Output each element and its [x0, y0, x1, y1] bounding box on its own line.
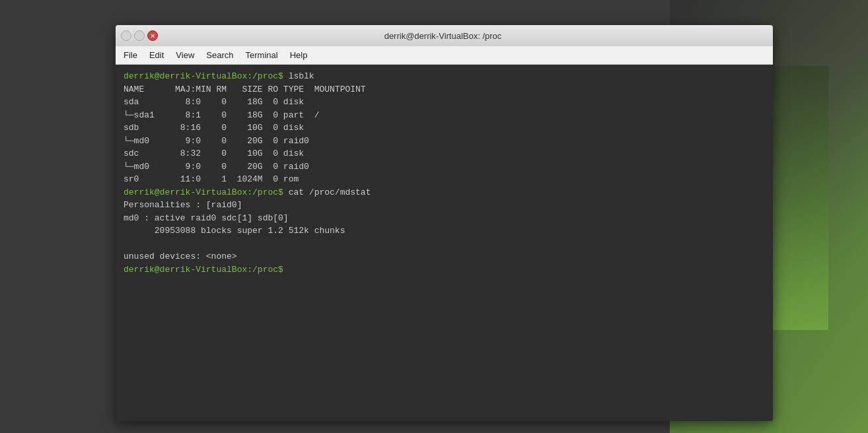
title-bar-controls: – □ ✕: [121, 30, 158, 41]
minimize-button[interactable]: –: [121, 30, 131, 41]
close-button[interactable]: ✕: [147, 30, 158, 41]
terminal-line-1: derrik@derrik-VirtualBox:/proc$ lsblk: [124, 70, 765, 83]
output-12: [124, 238, 765, 251]
menu-terminal[interactable]: Terminal: [240, 48, 283, 62]
prompt-2: derrik@derrik-VirtualBox:/proc$: [124, 187, 289, 197]
output-6: sdc 8:32 0 10G 0 disk: [124, 147, 765, 160]
terminal-content[interactable]: derrik@derrik-VirtualBox:/proc$ lsblk NA…: [116, 65, 773, 421]
output-13: unused devices: <none>: [124, 250, 765, 263]
output-11: 20953088 blocks super 1.2 512k chunks: [124, 224, 765, 238]
prompt-1: derrik@derrik-VirtualBox:/proc$: [124, 71, 289, 81]
output-7: └─md0 9:0 0 20G 0 raid0: [124, 160, 765, 174]
cmd-2: cat /proc/mdstat: [289, 187, 371, 197]
menu-help[interactable]: Help: [285, 48, 313, 62]
prompt-3: derrik@derrik-VirtualBox:/proc$: [124, 265, 289, 275]
window-title: derrik@derrik-VirtualBox: /proc: [158, 31, 728, 41]
output-10: md0 : active raid0 sdc[1] sdb[0]: [124, 212, 765, 225]
maximize-button[interactable]: □: [134, 30, 145, 41]
terminal-line-2: derrik@derrik-VirtualBox:/proc$ cat /pro…: [124, 186, 765, 199]
title-bar: – □ ✕ derrik@derrik-VirtualBox: /proc: [116, 25, 773, 46]
output-2: sda 8:0 0 18G 0 disk: [124, 96, 765, 109]
output-9: Personalities : [raid0]: [124, 199, 765, 212]
menu-file[interactable]: File: [118, 48, 143, 62]
menu-search[interactable]: Search: [201, 48, 238, 62]
output-4: sdb 8:16 0 10G 0 disk: [124, 121, 765, 135]
menu-edit[interactable]: Edit: [144, 48, 169, 62]
terminal-window: – □ ✕ derrik@derrik-VirtualBox: /proc Fi…: [116, 25, 773, 421]
output-1: NAME MAJ:MIN RM SIZE RO TYPE MOUNTPOINT: [124, 83, 765, 96]
output-8: sr0 11:0 1 1024M 0 rom: [124, 173, 765, 186]
menu-bar: File Edit View Search Terminal Help: [116, 46, 773, 65]
terminal-line-3: derrik@derrik-VirtualBox:/proc$: [124, 263, 765, 277]
output-5: └─md0 9:0 0 20G 0 raid0: [124, 135, 765, 148]
output-3: └─sda1 8:1 0 18G 0 part /: [124, 109, 765, 122]
cmd-1: lsblk: [289, 71, 314, 81]
menu-view[interactable]: View: [170, 48, 199, 62]
